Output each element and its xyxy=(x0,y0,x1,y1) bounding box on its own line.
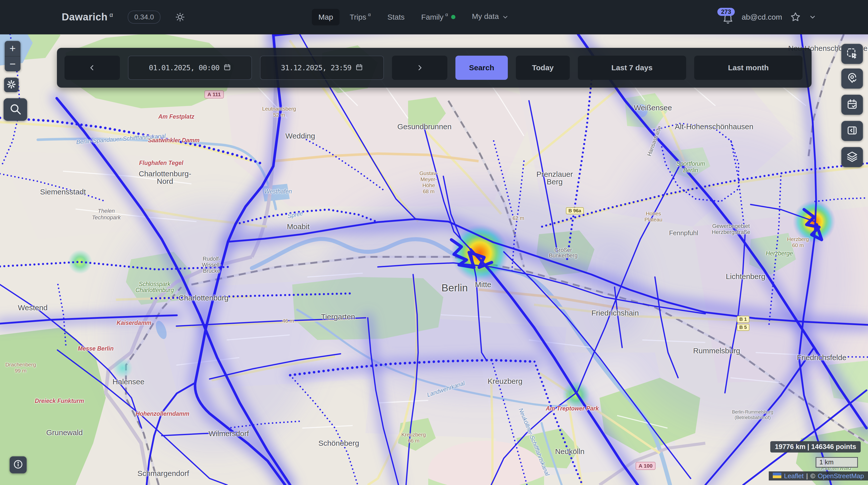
zoom-out-button[interactable]: − xyxy=(5,56,21,71)
next-period-button[interactable] xyxy=(392,56,447,80)
map-attribution: Leaflet | © OpenStreetMap xyxy=(769,472,868,481)
gear-icon xyxy=(7,80,16,90)
map-search-button[interactable] xyxy=(3,98,27,121)
search-button[interactable]: Search xyxy=(456,56,508,80)
end-datetime-input[interactable]: 31.12.2025, 23:59 xyxy=(260,56,384,80)
prev-period-button[interactable] xyxy=(64,56,120,80)
copyright-symbol: © xyxy=(810,472,815,480)
last-7-days-button[interactable]: Last 7 days xyxy=(578,56,686,80)
calendar-icon xyxy=(223,63,231,72)
area-selection-button[interactable] xyxy=(841,44,863,64)
app-logo[interactable]: Dawarichα xyxy=(62,11,113,23)
navbar-right: 273 ab@cd.com xyxy=(722,0,816,34)
user-menu-chevron-icon[interactable] xyxy=(809,13,816,21)
top-navbar: Dawarichα 0.34.0 Map Tripsα Stats Family… xyxy=(0,0,868,34)
date-range-toolbar: 01.01.2025, 00:00 31.12.2025, 23:59 Sear… xyxy=(57,48,812,88)
notification-count-badge: 273 xyxy=(717,8,735,16)
notifications-button[interactable]: 273 xyxy=(722,9,734,26)
favorite-star-icon[interactable] xyxy=(790,11,801,23)
tab-map[interactable]: Map xyxy=(312,9,340,26)
main-nav: Map Tripsα Stats Familyα My data xyxy=(312,0,515,34)
calendar-check-icon xyxy=(846,98,858,111)
openstreetmap-link[interactable]: OpenStreetMap xyxy=(817,472,864,480)
search-icon xyxy=(9,102,22,117)
theme-toggle-sun-icon[interactable] xyxy=(175,12,185,22)
layers-icon xyxy=(846,151,858,164)
map-scale-control: 1 km xyxy=(816,457,858,467)
map-info-button[interactable] xyxy=(9,456,27,474)
tab-stats[interactable]: Stats xyxy=(381,9,411,26)
last-month-button[interactable]: Last month xyxy=(694,56,803,80)
tab-my-data[interactable]: My data xyxy=(465,8,516,27)
zoom-in-button[interactable]: + xyxy=(5,41,21,56)
location-pin-check-icon xyxy=(846,72,858,85)
chevron-down-icon xyxy=(502,13,509,23)
calendar-icon xyxy=(355,63,363,72)
sidebar-toggle-icon xyxy=(846,124,858,137)
visited-places-button[interactable] xyxy=(841,68,863,89)
attribution-separator: | xyxy=(806,472,808,480)
distance-points-stats: 19776 km | 146346 points xyxy=(770,441,861,453)
user-email[interactable]: ab@cd.com xyxy=(742,13,782,22)
area-select-icon xyxy=(846,47,858,60)
start-datetime-input[interactable]: 01.01.2025, 00:00 xyxy=(128,56,252,80)
tab-trips[interactable]: Tripsα xyxy=(343,9,377,26)
panel-toggle-button[interactable] xyxy=(841,121,863,141)
calendar-view-button[interactable] xyxy=(841,95,863,115)
layers-button[interactable] xyxy=(841,147,863,167)
dawarich-app: LSG FlughafenseeAm FestplatzSaatwinkler … xyxy=(0,0,868,485)
info-icon xyxy=(13,459,24,471)
version-badge: 0.34.0 xyxy=(128,10,160,24)
navbar-left: Dawarichα 0.34.0 xyxy=(62,0,185,34)
zoom-control: + − xyxy=(4,41,21,71)
family-online-dot xyxy=(451,15,456,19)
leaflet-link[interactable]: Leaflet xyxy=(784,472,804,480)
ukraine-flag-icon xyxy=(773,472,781,480)
tab-family[interactable]: Familyα xyxy=(414,9,462,26)
map-settings-button[interactable] xyxy=(4,77,19,92)
today-button[interactable]: Today xyxy=(516,56,570,80)
